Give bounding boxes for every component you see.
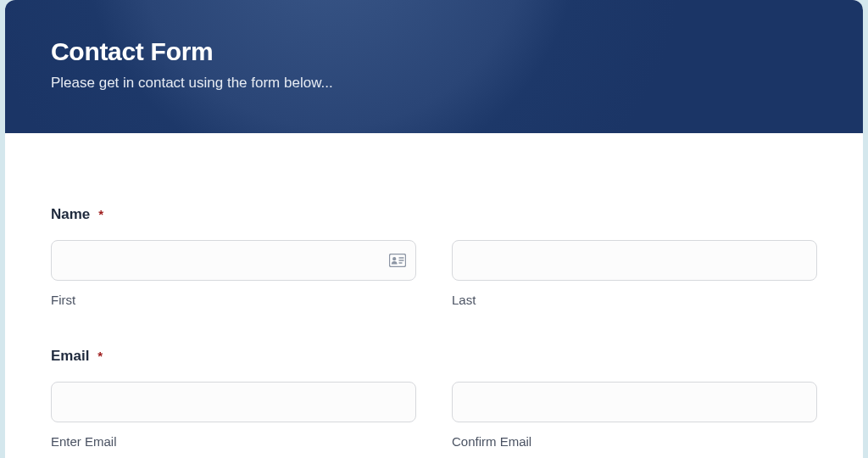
enter-email-sublabel: Enter Email bbox=[51, 434, 416, 449]
svg-point-1 bbox=[392, 257, 396, 260]
confirm-email-sublabel: Confirm Email bbox=[452, 434, 817, 449]
name-label: Name bbox=[51, 206, 90, 223]
form-header: Contact Form Please get in contact using… bbox=[5, 0, 863, 133]
email-input-row: Enter Email Confirm Email bbox=[51, 382, 817, 449]
last-name-input-wrap bbox=[452, 240, 817, 281]
first-name-input-wrap bbox=[51, 240, 416, 281]
last-name-col: Last bbox=[452, 240, 817, 307]
name-input-row: First Last bbox=[51, 240, 817, 307]
enter-email-input[interactable] bbox=[51, 382, 416, 422]
form-container: Contact Form Please get in contact using… bbox=[5, 0, 863, 458]
email-label: Email bbox=[51, 348, 89, 365]
name-field-group: Name * bbox=[51, 206, 817, 307]
page-title: Contact Form bbox=[51, 37, 817, 66]
confirm-email-input-wrap bbox=[452, 382, 817, 422]
name-label-row: Name * bbox=[51, 206, 817, 223]
required-indicator: * bbox=[97, 349, 103, 363]
first-name-sublabel: First bbox=[51, 293, 416, 307]
last-name-sublabel: Last bbox=[452, 293, 817, 307]
confirm-email-col: Confirm Email bbox=[452, 382, 817, 449]
required-indicator: * bbox=[98, 207, 103, 221]
first-name-input[interactable] bbox=[51, 240, 416, 281]
confirm-email-input[interactable] bbox=[452, 382, 817, 422]
enter-email-input-wrap bbox=[51, 382, 416, 422]
enter-email-col: Enter Email bbox=[51, 382, 416, 449]
last-name-input[interactable] bbox=[452, 240, 817, 281]
first-name-col: First bbox=[51, 240, 416, 307]
email-label-row: Email * bbox=[51, 348, 817, 365]
page-subtitle: Please get in contact using the form bel… bbox=[51, 75, 817, 92]
form-body: Name * bbox=[5, 133, 863, 458]
contact-card-icon bbox=[389, 254, 406, 267]
email-field-group: Email * Enter Email Confirm Email bbox=[51, 348, 817, 449]
